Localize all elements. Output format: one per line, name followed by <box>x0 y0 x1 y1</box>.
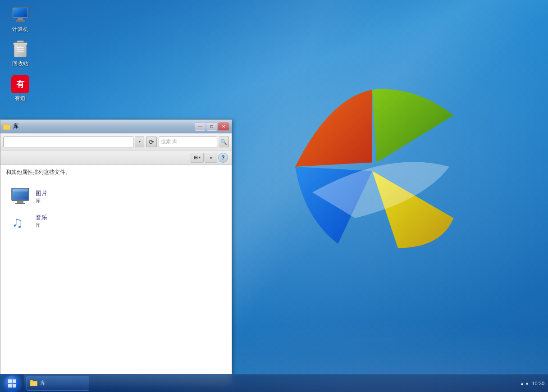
pictures-library-name: 图片 <box>36 189 47 197</box>
youdao-icon: 有 <box>11 75 29 93</box>
refresh-button[interactable]: ⟳ <box>146 137 157 147</box>
desktop-icon-computer[interactable]: 计算机 <box>5 5 36 34</box>
svg-text:♫: ♫ <box>12 214 23 229</box>
svg-rect-4 <box>17 41 23 43</box>
library-list: 图片 库 ♫ 音乐 库 <box>0 180 232 237</box>
svg-rect-24 <box>13 384 16 387</box>
explorer-window: 库 — □ ✕ ▾ ⟳ 搜索 库 <box>0 119 232 385</box>
computer-icon-label: 计算机 <box>12 26 28 32</box>
pictures-library-icon <box>9 187 31 205</box>
title-bar-buttons: — □ ✕ <box>195 123 229 131</box>
view-options: ⊞ ▾ ▪ ? <box>191 153 228 163</box>
system-tray: ▲ ♦ <box>520 381 529 386</box>
svg-rect-3 <box>16 20 25 22</box>
taskbar-right: ▲ ♦ 10:30 <box>516 381 548 386</box>
svg-rect-2 <box>18 18 23 20</box>
minimize-button[interactable]: — <box>195 123 206 131</box>
taskbar-explorer-icon <box>30 380 37 387</box>
library-item-music[interactable]: ♫ 音乐 库 <box>8 209 224 232</box>
windows-start-icon <box>8 379 17 388</box>
music-library-info: 音乐 库 <box>36 214 47 228</box>
svg-rect-26 <box>30 380 33 382</box>
address-dropdown[interactable]: ▾ <box>135 137 144 147</box>
desktop: 计算机 <box>0 0 548 392</box>
youdao-icon-label: 有道 <box>15 95 26 101</box>
title-bar-left: 库 <box>3 123 18 130</box>
recycle-bin-icon <box>11 41 29 59</box>
clock: 10:30 <box>532 381 544 386</box>
window-title: 库 <box>13 123 18 130</box>
svg-rect-6 <box>14 43 27 45</box>
title-bar: 库 — □ ✕ <box>0 120 232 133</box>
preview-pane-button[interactable]: ▪ <box>205 153 217 163</box>
maximize-button[interactable]: □ <box>206 123 217 131</box>
view-mode-button[interactable]: ⊞ ▾ <box>191 153 204 163</box>
svg-rect-1 <box>13 8 27 17</box>
help-button[interactable]: ? <box>218 153 228 163</box>
pictures-library-info: 图片 库 <box>36 189 47 204</box>
toolbar: ▾ ⟳ 搜索 库 🔍 <box>0 133 232 150</box>
svg-rect-21 <box>8 379 12 383</box>
search-bar[interactable]: 搜索 库 <box>159 137 217 147</box>
windows-logo <box>287 81 458 252</box>
content-area: 和其他属性排列这些文件。 <box>0 165 232 385</box>
svg-rect-8 <box>14 45 27 57</box>
search-placeholder: 搜索 库 <box>161 138 177 145</box>
svg-rect-14 <box>4 125 10 129</box>
svg-rect-17 <box>13 189 28 191</box>
desktop-icon-youdao[interactable]: 有 有道 <box>5 73 36 103</box>
svg-rect-22 <box>13 379 16 383</box>
start-button[interactable] <box>0 374 24 392</box>
secondary-toolbar: ⊞ ▾ ▪ ? <box>0 150 232 165</box>
taskbar-item-explorer[interactable]: 库 <box>26 376 89 391</box>
desktop-icon-recycle[interactable]: 回收站 <box>5 39 36 68</box>
svg-rect-27 <box>31 382 37 386</box>
music-library-icon: ♫ <box>9 212 31 230</box>
svg-rect-18 <box>17 201 23 203</box>
folder-icon <box>3 123 10 130</box>
svg-rect-25 <box>30 381 37 386</box>
music-library-type: 库 <box>36 222 47 228</box>
music-library-name: 音乐 <box>36 214 47 222</box>
recycle-bin-icon-label: 回收站 <box>12 60 28 67</box>
desktop-icons-area: 计算机 <box>5 5 36 103</box>
svg-rect-19 <box>15 203 25 204</box>
hint-text: 和其他属性排列这些文件。 <box>0 165 232 180</box>
taskbar-item-label: 库 <box>40 379 46 387</box>
search-submit-button[interactable]: 🔍 <box>219 137 229 147</box>
svg-rect-23 <box>8 384 12 387</box>
taskbar-items: 库 <box>24 376 516 391</box>
library-item-pictures[interactable]: 图片 库 <box>8 185 224 208</box>
address-bar[interactable] <box>3 137 133 147</box>
start-orb <box>5 376 20 391</box>
close-button[interactable]: ✕ <box>218 123 229 131</box>
taskbar: 库 ▲ ♦ 10:30 <box>0 374 548 392</box>
pictures-library-type: 库 <box>36 197 47 204</box>
computer-icon <box>11 6 29 24</box>
